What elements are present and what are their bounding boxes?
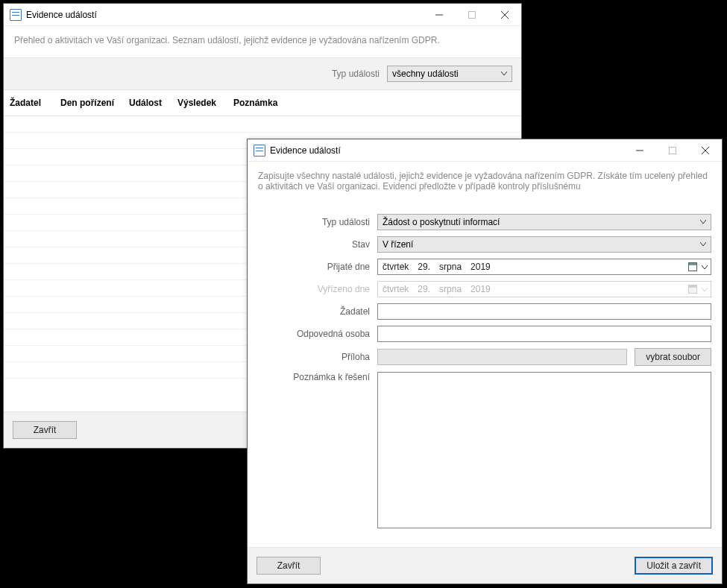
window-event-detail: Evidence událostí Zapisujte všechny nast… (247, 139, 723, 584)
filter-bar: Typ události všechny události (4, 57, 521, 90)
received-date-label: Přijaté dne (258, 262, 370, 272)
window-controls (623, 139, 722, 161)
window-title: Evidence událostí (26, 10, 423, 20)
close-window-button[interactable] (689, 139, 722, 162)
table-row[interactable] (4, 116, 521, 133)
status-select[interactable]: V řízení (377, 236, 711, 253)
column-date-acquired[interactable]: Den pořízení (54, 90, 123, 116)
chevron-down-icon (702, 284, 708, 294)
column-result[interactable]: Výsledek (171, 90, 227, 116)
maximize-button[interactable] (456, 4, 488, 26)
window-description: Zapisujte všechny nastalé události, jeji… (248, 162, 722, 203)
close-button[interactable]: Zavřít (13, 421, 77, 439)
event-type-value: Žádost o poskytnutí informací (383, 217, 500, 227)
choose-file-button[interactable]: vybrat soubor (635, 348, 711, 366)
requester-input[interactable] (377, 303, 711, 320)
table-header: Žadatel Den pořízení Událost Výsledek Po… (4, 90, 521, 116)
close-window-button[interactable] (488, 4, 521, 26)
minimize-button[interactable] (423, 4, 456, 26)
status-label: Stav (258, 239, 370, 250)
window-title: Evidence událostí (270, 145, 623, 156)
responsible-person-input[interactable] (377, 326, 711, 342)
close-button[interactable]: Zavřít (257, 557, 321, 575)
responsible-label: Odpovedná osoba (258, 329, 370, 339)
minimize-button[interactable] (623, 139, 656, 162)
event-form: Typ události Žádost o poskytnutí informa… (248, 203, 722, 547)
titlebar: Evidence událostí (4, 4, 521, 26)
attachment-label: Příloha (258, 352, 370, 362)
filter-label: Typ události (332, 69, 380, 79)
chevron-down-icon (700, 220, 706, 224)
processed-date-label: Vyřízeno dne (258, 284, 370, 294)
chevron-down-icon (501, 72, 507, 76)
received-date-picker[interactable]: čtvrtek 29. srpna 2019 (377, 259, 711, 275)
svg-rect-5 (670, 147, 676, 154)
calendar-icon (688, 285, 697, 294)
column-note[interactable]: Poznámka (227, 90, 521, 116)
column-event[interactable]: Událost (123, 90, 171, 116)
window-description: Přehled o aktivitách ve Vaší organizaci.… (4, 26, 521, 57)
event-type-filter-select[interactable]: všechny události (387, 66, 512, 82)
app-icon (254, 145, 265, 157)
filter-selected-value: všechny události (392, 69, 459, 79)
solution-note-textarea[interactable] (377, 372, 711, 528)
titlebar: Evidence událostí (248, 139, 722, 162)
footer: Zavřít Uložit a zavřít (248, 547, 722, 584)
svg-rect-1 (469, 11, 476, 18)
chevron-down-icon (702, 262, 708, 272)
window-controls (423, 4, 521, 25)
column-requester[interactable]: Žadatel (4, 90, 54, 116)
attachment-path-display (377, 349, 627, 365)
processed-date-picker: čtvrtek 29. srpna 2019 (377, 281, 711, 297)
requester-label: Žadatel (258, 306, 370, 317)
event-type-label: Typ události (258, 217, 370, 227)
chevron-down-icon (700, 242, 706, 247)
note-label: Poznámka k řešení (258, 372, 370, 382)
calendar-icon (688, 262, 697, 271)
status-value: V řízení (383, 239, 413, 250)
maximize-button[interactable] (656, 139, 689, 162)
event-type-select[interactable]: Žádost o poskytnutí informací (377, 214, 711, 230)
app-icon (10, 9, 22, 21)
save-and-close-button[interactable]: Uložit a zavřít (635, 557, 713, 575)
